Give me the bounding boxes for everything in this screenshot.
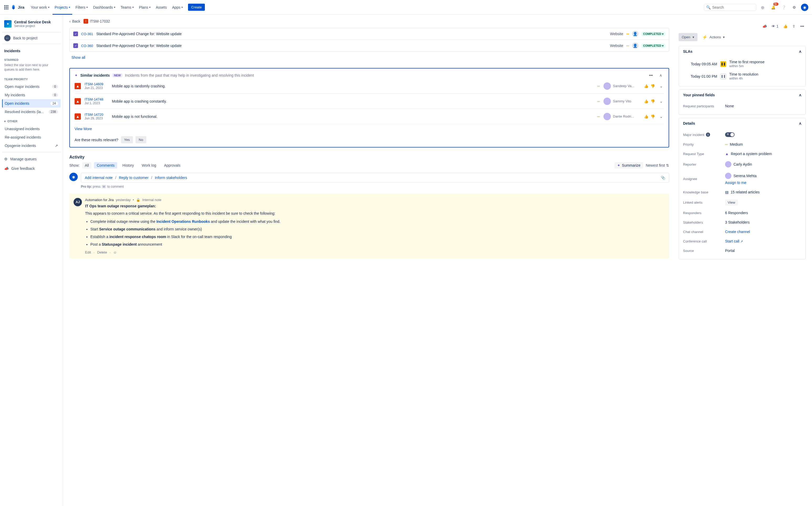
queue-unassigned[interactable]: Unassigned incidents [2,125,61,133]
profile-avatar[interactable]: ◉ [800,3,809,12]
queue-my-incidents[interactable]: My incidents0 [2,91,61,99]
similar-row: ▲ ITSM-14748 Jul 1, 2023 Mobile app is c… [75,94,664,109]
tab-approvals[interactable]: Approvals [161,162,183,168]
stakeholders-value[interactable]: 3 Stakeholders [725,220,801,225]
similar-key[interactable]: ITSM-14748 [85,97,103,101]
view-alerts-button[interactable]: View [725,199,738,205]
expand-icon[interactable]: ⌄ [659,83,664,89]
comment-item: AJ Automation for Jira yesterday • 🔒 Int… [69,194,669,258]
assignee-value[interactable]: Serena Mehta [725,173,757,179]
issue-key[interactable]: !ITSM-17032 [83,19,110,24]
field-label: Conference call [683,239,725,243]
sort-toggle[interactable]: Newest first⇅ [646,163,669,167]
relevance-yes-button[interactable]: Yes [121,136,133,143]
assign-to-me-link[interactable]: Assign to me [725,181,746,185]
linked-dest: Website [610,32,623,36]
start-call-link[interactable]: Start call↗ [725,239,743,243]
responders-value[interactable]: 6 Responders [725,211,801,215]
linked-row[interactable]: ✓ CO-361 Standard Pre-Approved Change fo… [70,28,669,40]
thumbs-up-icon[interactable]: 👍 [644,99,648,103]
help-icon[interactable]: ❔ [780,3,788,12]
tab-history[interactable]: History [120,162,137,168]
queue-resolved[interactable]: Resolved incidents (la...238 [2,108,61,116]
slas-toggle[interactable]: SLAsʌ [679,46,805,57]
field-value[interactable]: None [725,104,801,108]
app-switcher-icon[interactable] [3,4,9,10]
comment-input[interactable]: Add internal note / Reply to customer / … [81,173,669,183]
major-incident-toggle[interactable]: ✕ [725,132,735,137]
expand-icon[interactable]: ⌄ [659,113,664,120]
attach-icon[interactable]: 📎 [661,176,665,180]
thumbs-down-icon[interactable]: 👎 [651,114,655,118]
share-icon[interactable]: ⇪ [791,23,797,29]
thumbs-down-icon[interactable]: 👎 [651,99,655,103]
queue-open-major[interactable]: Open major incidents0 [2,82,61,91]
relevance-no-button[interactable]: No [136,136,146,143]
nav-your-work[interactable]: Your work▾ [28,4,52,10]
reporter-value[interactable]: Carly Aydin [725,161,801,167]
queue-reassigned[interactable]: Re-assigned incidents [2,133,61,142]
nav-apps[interactable]: Apps▾ [170,4,185,10]
queue-open-incidents[interactable]: Open incidents24 [2,99,61,108]
status-dropdown[interactable]: Open▾ [679,33,697,41]
actions-dropdown[interactable]: ⚡Actions▾ [701,32,726,42]
tab-worklog[interactable]: Work log [139,162,159,168]
react-icon[interactable]: ☺ [113,250,117,254]
jira-logo[interactable]: Jira [10,4,24,10]
back-link[interactable]: ‹Back [69,19,80,23]
settings-icon[interactable]: ⚙ [790,3,798,12]
delete-comment[interactable]: Delete [97,250,107,254]
rovo-icon[interactable]: ◎ [758,3,767,12]
nav-plans[interactable]: Plans▾ [137,4,153,10]
view-more-link[interactable]: View More [75,127,92,131]
summarize-button[interactable]: ✦Summarize [614,162,643,168]
edit-comment[interactable]: Edit [85,250,91,254]
feedback-icon[interactable]: 📣 [761,23,768,29]
other-group-toggle[interactable]: ▾OTHER [2,116,61,125]
watch-button[interactable]: 👁1 [770,23,780,29]
similar-key[interactable]: ITSM-14720 [85,112,103,116]
give-feedback[interactable]: 📣Give feedback [2,164,61,173]
linked-key[interactable]: CO-361 [81,32,93,36]
expand-icon[interactable]: ⌄ [659,98,664,104]
create-channel-link[interactable]: Create channel [725,230,750,234]
back-to-project[interactable]: ← Back to project [2,32,61,44]
pinned-toggle[interactable]: Your pinned fieldsʌ [679,90,805,100]
manage-queues[interactable]: ⚙Manage queues [2,154,61,164]
add-internal-note[interactable]: Add internal note [85,176,113,180]
activity-heading: Activity [69,155,669,160]
runbooks-link[interactable]: Incident Operations Runbooks [156,220,210,224]
thumbs-up-icon[interactable]: 👍 [644,114,648,118]
thumbs-down-icon[interactable]: 👎 [651,84,655,88]
create-button[interactable]: Create [188,4,205,11]
inform-stakeholders[interactable]: Inform stakeholders [155,176,187,180]
like-icon[interactable]: 👍 [782,23,789,29]
linked-key[interactable]: CO-360 [81,44,93,48]
priority-value[interactable]: ═Medium [725,142,801,147]
nav-projects[interactable]: Projects▾ [53,4,72,10]
project-header[interactable]: ✦ Central Service Desk Service project [2,18,61,30]
nav-assets[interactable]: Assets [154,4,169,10]
similar-key[interactable]: ITSM-14609 [85,82,103,86]
more-actions-icon[interactable]: ••• [799,23,806,29]
tab-all[interactable]: All [82,162,92,168]
linked-row[interactable]: ✓ CO-360 Standard Pre-Approved Change fo… [70,40,669,52]
tab-comments[interactable]: Comments [94,162,117,168]
notifications-icon[interactable]: 🔔9+ [769,3,777,12]
more-menu-icon[interactable]: ••• [647,72,655,78]
request-type-value[interactable]: ▲Report a system problem [725,152,801,156]
search-box[interactable]: 🔍 [704,4,756,11]
kb-value[interactable]: ▤15 related articles [725,190,801,194]
info-icon[interactable]: i [706,133,710,137]
show-all-link[interactable]: Show all [71,55,85,60]
collapse-icon[interactable]: ʌ [658,72,664,78]
nav-dashboards[interactable]: Dashboards▾ [91,4,118,10]
search-input[interactable] [712,5,754,9]
thumbs-up-icon[interactable]: 👍 [644,84,648,88]
queue-opsgenie[interactable]: Opsgenie incidents↗ [2,142,61,150]
show-label: Show: [69,163,80,167]
nav-teams[interactable]: Teams▾ [119,4,136,10]
nav-filters[interactable]: Filters▾ [73,4,90,10]
details-toggle[interactable]: Detailsʌ [679,118,805,129]
reply-to-customer[interactable]: Reply to customer [119,176,149,180]
